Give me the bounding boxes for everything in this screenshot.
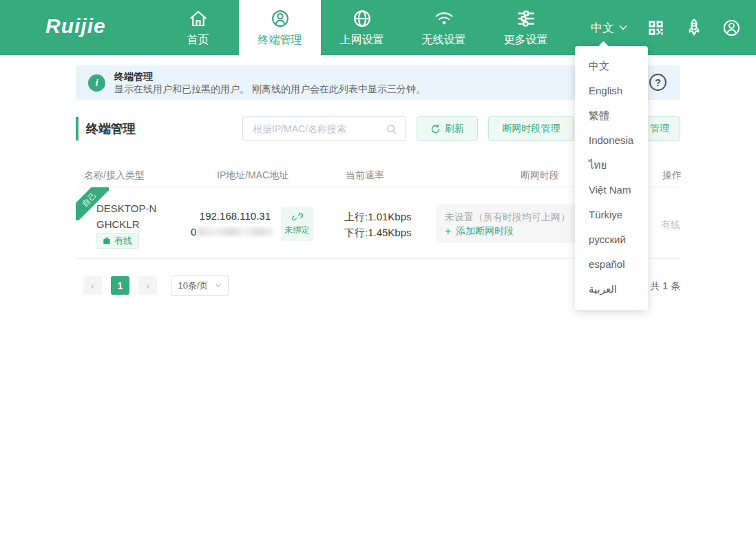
search-box (242, 116, 406, 141)
nav-label-clients: 终端管理 (258, 33, 302, 48)
banner-title: 终端管理 (114, 70, 426, 83)
nav-item-wireless[interactable]: 无线设置 (403, 0, 485, 55)
banner-description: 显示在线用户和已拉黑的用户。 刚离线的用户会在此列表中显示三分钟。 (114, 83, 426, 96)
language-dropdown: 中文 English 繁體 Indonesia ไทย Việt Nam Tür… (575, 46, 648, 310)
device-name: DESKTOP-NGHCKLR (96, 200, 162, 232)
offline-schedule-manage-button[interactable]: 断网时段管理 (488, 116, 574, 141)
nav-label-internet: 上网设置 (340, 33, 384, 48)
language-option-zh-cn[interactable]: 中文 (575, 54, 648, 79)
language-option-spanish[interactable]: español (575, 252, 648, 277)
uplink-rate: 上行:1.01Kbps (344, 211, 412, 224)
column-header-rate: 当前速率 (346, 169, 384, 182)
help-icon[interactable]: ? (649, 74, 666, 91)
column-header-name-type: 名称/接入类型 (84, 169, 145, 182)
section-title-text: 终端管理 (86, 121, 136, 137)
refresh-button[interactable]: 刷新 (417, 116, 478, 141)
downlink-rate: 下行:1.45Kbps (344, 227, 412, 240)
rocket-icon[interactable] (684, 17, 704, 38)
home-icon (188, 8, 209, 29)
access-type-label: 有线 (114, 235, 132, 247)
sliders-icon (516, 8, 536, 29)
language-option-english[interactable]: English (575, 79, 648, 103)
language-option-indonesia[interactable]: Indonesia (575, 128, 648, 153)
info-icon: i (88, 74, 105, 92)
qr-code-icon[interactable] (647, 19, 665, 37)
nav-label-more-settings: 更多设置 (504, 33, 548, 48)
nav-item-more-settings[interactable]: 更多设置 (485, 0, 567, 55)
wired-device-icon (103, 237, 111, 245)
search-input[interactable] (243, 123, 386, 134)
mac-blurred-region (198, 227, 273, 236)
column-header-schedule: 断网时段 (521, 169, 559, 182)
nav-label-home: 首页 (187, 33, 209, 48)
language-option-turkish[interactable]: Türkiye (575, 202, 648, 227)
refresh-icon (430, 124, 441, 134)
search-icon[interactable] (386, 123, 397, 135)
plus-icon: + (445, 227, 451, 236)
user-circle-icon (270, 8, 291, 29)
section-title: 终端管理 (76, 117, 136, 140)
main-nav: 首页 终端管理 上网设置 无线设置 (157, 0, 567, 55)
action-cell-text: 有线 (661, 219, 680, 231)
unbind-button[interactable]: 未绑定 (281, 207, 313, 241)
brand-logo: Ruijie (45, 14, 106, 38)
ip-address: 192.168.110.31 (186, 210, 271, 222)
page-size-select[interactable]: 10条/页 (171, 275, 229, 296)
previous-page-button[interactable]: ‹ (83, 276, 102, 295)
banner-text: 终端管理 显示在线用户和已拉黑的用户。 刚离线的用户会在此列表中显示三分钟。 (114, 70, 426, 96)
language-option-arabic[interactable]: العربية (575, 277, 648, 302)
partially-hidden-manage-label: 管理 (650, 123, 669, 135)
offline-schedule-manage-label: 断网时段管理 (503, 123, 560, 135)
bind-status-label: 未绑定 (285, 225, 310, 236)
unbind-link-icon (292, 211, 303, 222)
globe-icon (352, 8, 372, 29)
nav-item-internet[interactable]: 上网设置 (321, 0, 403, 55)
column-header-ip-mac: IP地址/MAC地址 (217, 169, 288, 182)
refresh-label: 刷新 (445, 123, 464, 135)
wifi-icon (434, 8, 454, 29)
language-option-russian[interactable]: русский (575, 227, 648, 252)
account-avatar-icon[interactable] (722, 18, 742, 38)
page: Ruijie 首页 终端管理 上网设置 (0, 0, 756, 542)
nav-item-clients[interactable]: 终端管理 (239, 0, 321, 55)
language-current: 中文 (591, 20, 614, 36)
language-option-vietnamese[interactable]: Việt Nam (575, 178, 648, 202)
add-schedule-label: 添加断网时段 (456, 225, 514, 238)
mac-address: 0 (191, 226, 273, 238)
nav-item-home[interactable]: 首页 (157, 0, 239, 55)
nav-label-wireless: 无线设置 (422, 33, 466, 48)
next-page-button[interactable]: › (138, 276, 157, 295)
page-number-button[interactable]: 1 (111, 276, 129, 295)
select-chevron-icon (215, 283, 222, 288)
access-type-badge: 有线 (96, 233, 139, 249)
language-option-thai[interactable]: ไทย (575, 153, 648, 178)
page-size-value: 10条/页 (178, 280, 208, 292)
column-header-action: 操作 (662, 169, 682, 182)
language-option-zh-tw[interactable]: 繁體 (575, 103, 648, 128)
chevron-down-icon (619, 25, 627, 31)
mac-prefix: 0 (191, 226, 196, 238)
